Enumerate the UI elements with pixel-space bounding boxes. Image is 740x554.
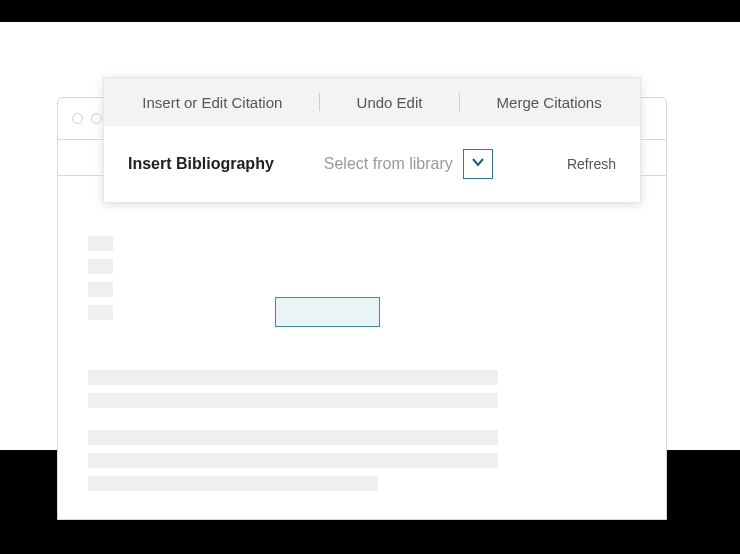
canvas-background: New document (0, 22, 740, 450)
library-dropdown-button[interactable] (463, 149, 493, 179)
text-placeholder (88, 259, 113, 274)
text-placeholder (88, 236, 113, 251)
undo-edit-button[interactable]: Undo Edit (357, 94, 423, 111)
chevron-down-icon (471, 155, 485, 173)
text-placeholder (88, 453, 498, 468)
library-select-placeholder: Select from library (324, 155, 453, 173)
insert-edit-citation-button[interactable]: Insert or Edit Citation (142, 94, 282, 111)
divider (459, 93, 460, 111)
citation-toolbar-bottom-row: Insert Bibliography Select from library … (104, 126, 640, 202)
merge-citations-button[interactable]: Merge Citations (497, 94, 602, 111)
text-placeholder (88, 393, 498, 408)
divider (319, 93, 320, 111)
text-placeholder (88, 305, 113, 320)
refresh-button[interactable]: Refresh (567, 156, 616, 172)
citation-toolbar-top-row: Insert or Edit Citation Undo Edit Merge … (104, 78, 640, 126)
library-select: Select from library (324, 149, 537, 179)
close-window-button[interactable] (72, 113, 83, 124)
text-placeholder (88, 476, 378, 491)
text-placeholder (88, 282, 113, 297)
insert-bibliography-button[interactable]: Insert Bibliography (128, 155, 274, 173)
document-body (58, 176, 666, 519)
text-placeholder (88, 370, 498, 385)
citation-toolbar-panel: Insert or Edit Citation Undo Edit Merge … (103, 77, 641, 203)
text-placeholder (88, 430, 498, 445)
text-cursor-selection[interactable] (275, 297, 380, 327)
minimize-window-button[interactable] (91, 113, 102, 124)
